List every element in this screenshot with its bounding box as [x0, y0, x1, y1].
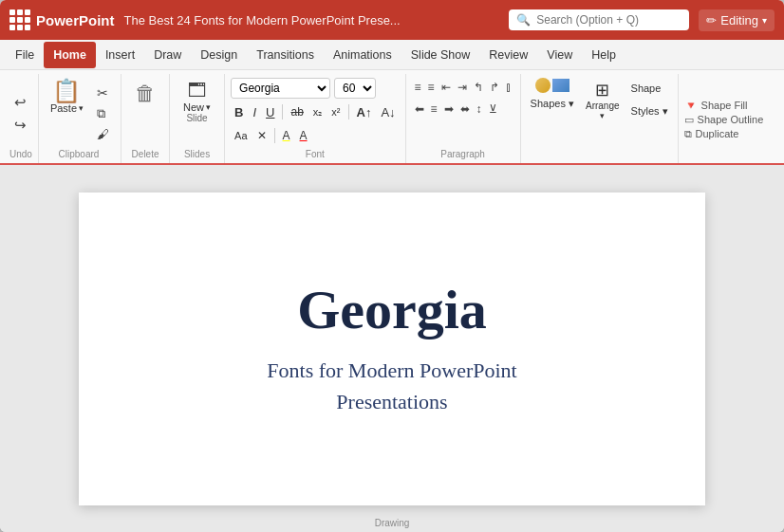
shape-style-container: Shape Styles ▾ [627, 78, 672, 161]
menu-view[interactable]: View [537, 42, 582, 68]
menu-home[interactable]: Home [44, 42, 96, 68]
increase-indent-button[interactable]: ⇥ [455, 78, 470, 97]
menu-animations[interactable]: Animations [324, 42, 401, 68]
cut-button[interactable]: ✂ [93, 83, 113, 102]
font-size-select[interactable]: 60 [334, 78, 376, 99]
search-input[interactable] [536, 13, 681, 27]
rtl-button[interactable]: ↰ [471, 78, 486, 97]
numbering-button[interactable]: ≡ [425, 78, 438, 97]
clipboard-right: ✂ ⧉ 🖌 [93, 78, 113, 149]
clear-format-button[interactable]: ✕ [253, 125, 271, 146]
shapes-button[interactable]: Shapes ▾ [527, 93, 578, 114]
menu-review[interactable]: Review [479, 42, 537, 68]
decrease-indent-button[interactable]: ⇤ [439, 78, 454, 97]
underline-button[interactable]: U [262, 101, 278, 122]
menu-design[interactable]: Design [191, 42, 247, 68]
clipboard-group-label: Clipboard [45, 149, 113, 161]
delete-icon: 🗑 [135, 82, 156, 106]
drawing-group: Shapes ▾ ⊞ Arrange ▾ Shape Styles ▾ Draw… [521, 74, 679, 163]
shape-properties: 🔻 Shape Fill ▭ Shape Outline ⧉ Duplicate [679, 74, 770, 163]
editing-button[interactable]: ✏ Editing ▾ [699, 9, 775, 31]
redo-button[interactable]: ↪ [10, 115, 30, 136]
undo-button[interactable]: ↩ [10, 92, 30, 113]
superscript-button[interactable]: x² [327, 101, 344, 122]
align-right-button[interactable]: ➡ [441, 100, 457, 119]
case-button[interactable]: Aa [231, 125, 251, 146]
duplicate-label: Duplicate [696, 128, 739, 139]
font-name-select[interactable]: Georgia [231, 78, 330, 99]
line-spacing-button[interactable]: ↕ [474, 100, 485, 119]
app-window: PowerPoint The Best 24 Fonts for Modern … [0, 0, 784, 532]
separator3 [274, 128, 275, 143]
strikethrough-button[interactable]: ab [287, 101, 307, 122]
shape-fill-item[interactable]: 🔻 Shape Fill [684, 100, 764, 112]
copy-button[interactable]: ⧉ [93, 104, 113, 123]
duplicate-icon: ⧉ [684, 128, 692, 140]
shape-duplicate-item[interactable]: ⧉ Duplicate [684, 128, 764, 140]
new-slide-dropdown: ▾ [206, 102, 211, 112]
menu-file[interactable]: File [6, 42, 44, 68]
delete-button[interactable]: 🗑 [129, 78, 161, 110]
shapes-icon [535, 78, 569, 93]
arrange-arrow: ▾ [600, 111, 605, 120]
circle-shape [535, 78, 551, 93]
format-painter-button[interactable]: 🖌 [93, 125, 113, 143]
menu-draw[interactable]: Draw [144, 42, 191, 68]
app-logo: PowerPoint [9, 9, 115, 30]
menu-insert[interactable]: Insert [96, 42, 144, 68]
shapes-container: Shapes ▾ [527, 78, 578, 161]
slide-icon: 🗔 [188, 80, 207, 101]
arrange-button[interactable]: ⊞ Arrange ▾ [582, 78, 624, 161]
shape-outline-item[interactable]: ▭ Shape Outline [684, 114, 764, 126]
slide-subtitle: Fonts for Modern PowerPointPresentations [267, 355, 516, 417]
paragraph-group-label: Paragraph [412, 149, 514, 161]
ribbon: ↩ ↪ Undo 📋 Paste ▾ ✂ [0, 70, 784, 165]
slide-canvas: Georgia Fonts for Modern PowerPointPrese… [79, 193, 705, 505]
rect-shape [552, 79, 569, 92]
italic-button[interactable]: I [249, 101, 260, 122]
decrease-font-button[interactable]: A↓ [377, 101, 399, 122]
app-name: PowerPoint [36, 12, 115, 28]
delete-group-label: Delete [132, 149, 159, 161]
align-left-button[interactable]: ⬅ [412, 100, 427, 119]
separator [282, 104, 283, 119]
grid-icon [9, 9, 30, 30]
shape-fill-icon: 🔻 [684, 100, 698, 112]
increase-font-button[interactable]: A↑ [353, 101, 376, 122]
delete-group: 🗑 Delete [121, 74, 170, 163]
shape-fill-label: Shape Fill [701, 100, 748, 111]
slides-group-label: Slides [184, 149, 210, 161]
slide-title: Georgia [297, 280, 487, 340]
search-icon: 🔍 [516, 13, 531, 27]
new-slide-button[interactable]: 🗔 New ▾ Slide [177, 78, 216, 125]
subscript-button[interactable]: x₂ [309, 101, 327, 122]
align-center-button[interactable]: ≡ [428, 100, 440, 119]
shape-styles-button[interactable]: Shape [627, 78, 672, 99]
menu-transitions[interactable]: Transitions [247, 42, 324, 68]
shape-outline-label: Shape Outline [698, 114, 764, 125]
slide-sublabel: Slide [186, 113, 207, 123]
bullets-button[interactable]: ≡ [412, 78, 424, 97]
shape-styles-dropdown[interactable]: Styles ▾ [627, 101, 672, 121]
paste-label: Paste [50, 102, 77, 114]
clipboard-group: 📋 Paste ▾ ✂ ⧉ 🖌 Clipboard [39, 74, 121, 163]
search-bar[interactable]: 🔍 [509, 9, 689, 30]
columns-button[interactable]: ⫿ [503, 78, 514, 97]
menu-help[interactable]: Help [582, 42, 625, 68]
justify-button[interactable]: ⬌ [457, 100, 473, 119]
font-color-button[interactable]: A [296, 125, 311, 146]
pencil-icon: ✏ [706, 13, 717, 28]
editing-label: Editing [720, 13, 758, 28]
ltr-button[interactable]: ↱ [487, 78, 502, 97]
drawing-group-label: Drawing [0, 518, 784, 530]
text-direction-button[interactable]: ⊻ [486, 100, 500, 119]
menu-slideshow[interactable]: Slide Show [401, 42, 480, 68]
chevron-down-icon: ▾ [762, 15, 767, 26]
shape-outline-icon: ▭ [684, 114, 694, 126]
menu-bar: File Home Insert Draw Design Transitions… [0, 40, 784, 70]
arrange-label: Arrange [586, 101, 620, 111]
bold-button[interactable]: B [231, 101, 247, 122]
highlight-button[interactable]: A [279, 125, 294, 146]
undo-group-label: Undo [9, 149, 32, 161]
paste-button[interactable]: 📋 Paste ▾ [45, 78, 89, 149]
